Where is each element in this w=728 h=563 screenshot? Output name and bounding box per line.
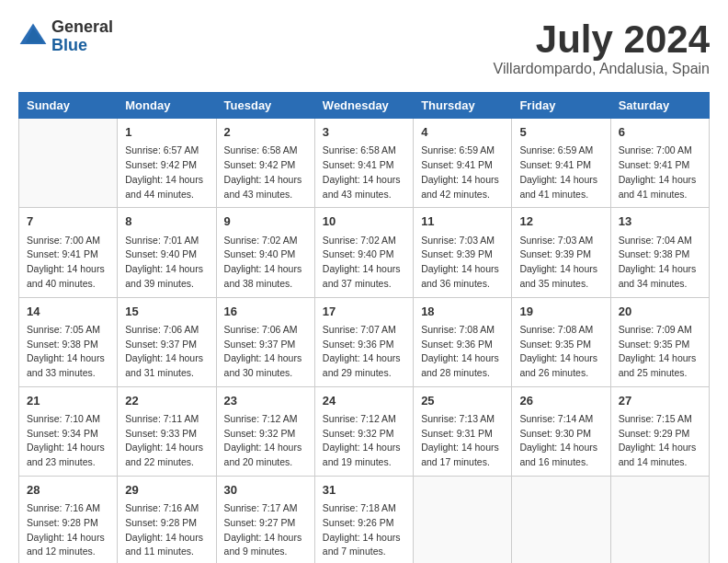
week-row-2: 14Sunrise: 7:05 AMSunset: 9:38 PMDayligh… [19, 297, 710, 386]
calendar-cell [512, 476, 610, 563]
day-number: 16 [224, 304, 307, 320]
day-info: Sunrise: 7:08 AMSunset: 9:36 PMDaylight:… [421, 323, 504, 381]
day-info: Sunrise: 7:07 AMSunset: 9:36 PMDaylight:… [323, 323, 405, 381]
day-number: 2 [224, 124, 307, 141]
calendar-cell: 24Sunrise: 7:12 AMSunset: 9:32 PMDayligh… [314, 386, 413, 476]
day-number: 18 [421, 304, 504, 320]
week-row-0: 1Sunrise: 6:57 AMSunset: 9:42 PMDaylight… [19, 119, 710, 208]
day-info: Sunrise: 7:12 AMSunset: 9:32 PMDaylight:… [323, 412, 405, 470]
calendar-cell: 30Sunrise: 7:17 AMSunset: 9:27 PMDayligh… [216, 476, 314, 563]
header: General Blue July 2024 Villardompardo, A… [18, 18, 710, 77]
day-number: 5 [519, 124, 602, 141]
day-number: 10 [323, 213, 405, 230]
day-info: Sunrise: 7:13 AMSunset: 9:31 PMDaylight:… [421, 412, 504, 470]
calendar-table: SundayMondayTuesdayWednesdayThursdayFrid… [18, 92, 710, 563]
calendar-cell: 17Sunrise: 7:07 AMSunset: 9:36 PMDayligh… [314, 297, 413, 386]
calendar-cell: 25Sunrise: 7:13 AMSunset: 9:31 PMDayligh… [414, 386, 512, 476]
day-number: 30 [224, 482, 307, 499]
calendar-cell: 27Sunrise: 7:15 AMSunset: 9:29 PMDayligh… [610, 386, 709, 476]
day-number: 6 [619, 124, 701, 141]
calendar-cell: 14Sunrise: 7:05 AMSunset: 9:38 PMDayligh… [19, 297, 118, 386]
calendar-cell: 31Sunrise: 7:18 AMSunset: 9:26 PMDayligh… [314, 476, 413, 563]
day-info: Sunrise: 7:11 AMSunset: 9:33 PMDaylight:… [125, 412, 208, 470]
calendar-cell: 10Sunrise: 7:02 AMSunset: 9:40 PMDayligh… [314, 208, 413, 297]
week-row-3: 21Sunrise: 7:10 AMSunset: 9:34 PMDayligh… [19, 386, 710, 476]
title-area: July 2024 Villardompardo, Andalusia, Spa… [494, 18, 710, 77]
calendar-cell: 5Sunrise: 6:59 AMSunset: 9:41 PMDaylight… [512, 119, 610, 208]
day-info: Sunrise: 7:16 AMSunset: 9:28 PMDaylight:… [27, 501, 109, 559]
day-info: Sunrise: 7:01 AMSunset: 9:40 PMDaylight:… [125, 234, 208, 292]
calendar-cell: 8Sunrise: 7:01 AMSunset: 9:40 PMDaylight… [118, 208, 216, 297]
day-info: Sunrise: 7:09 AMSunset: 9:35 PMDaylight:… [619, 323, 701, 381]
calendar-cell: 21Sunrise: 7:10 AMSunset: 9:34 PMDayligh… [19, 386, 118, 476]
day-number: 25 [421, 393, 504, 409]
calendar-cell: 3Sunrise: 6:58 AMSunset: 9:41 PMDaylight… [314, 119, 413, 208]
week-row-4: 28Sunrise: 7:16 AMSunset: 9:28 PMDayligh… [19, 476, 710, 563]
location-title: Villardompardo, Andalusia, Spain [494, 61, 710, 77]
day-number: 21 [27, 393, 109, 409]
header-cell-friday: Friday [512, 93, 610, 119]
month-title: July 2024 [494, 18, 710, 61]
day-number: 12 [519, 213, 602, 230]
header-cell-saturday: Saturday [610, 93, 709, 119]
day-number: 14 [27, 304, 109, 320]
day-info: Sunrise: 7:12 AMSunset: 9:32 PMDaylight:… [224, 412, 307, 470]
day-number: 15 [125, 304, 208, 320]
day-info: Sunrise: 7:03 AMSunset: 9:39 PMDaylight:… [519, 234, 602, 292]
calendar-cell: 6Sunrise: 7:00 AMSunset: 9:41 PMDaylight… [610, 119, 709, 208]
header-cell-monday: Monday [118, 93, 216, 119]
logo: General Blue [18, 18, 113, 55]
calendar-cell: 28Sunrise: 7:16 AMSunset: 9:28 PMDayligh… [19, 476, 118, 563]
logo-icon [18, 22, 48, 52]
day-number: 26 [519, 393, 602, 409]
calendar-cell: 2Sunrise: 6:58 AMSunset: 9:42 PMDaylight… [216, 119, 314, 208]
day-number: 8 [125, 213, 208, 230]
calendar-cell [414, 476, 512, 563]
day-info: Sunrise: 7:06 AMSunset: 9:37 PMDaylight:… [224, 323, 307, 381]
day-info: Sunrise: 7:00 AMSunset: 9:41 PMDaylight:… [619, 144, 701, 201]
calendar-cell: 1Sunrise: 6:57 AMSunset: 9:42 PMDaylight… [118, 119, 216, 208]
calendar-cell: 13Sunrise: 7:04 AMSunset: 9:38 PMDayligh… [610, 208, 709, 297]
header-row: SundayMondayTuesdayWednesdayThursdayFrid… [19, 93, 710, 119]
day-info: Sunrise: 7:06 AMSunset: 9:37 PMDaylight:… [125, 323, 208, 381]
calendar-cell: 20Sunrise: 7:09 AMSunset: 9:35 PMDayligh… [610, 297, 709, 386]
day-info: Sunrise: 7:02 AMSunset: 9:40 PMDaylight:… [224, 234, 307, 292]
logo-blue: Blue [51, 37, 113, 55]
header-cell-wednesday: Wednesday [314, 93, 413, 119]
week-row-1: 7Sunrise: 7:00 AMSunset: 9:41 PMDaylight… [19, 208, 710, 297]
calendar-cell: 12Sunrise: 7:03 AMSunset: 9:39 PMDayligh… [512, 208, 610, 297]
day-number: 4 [421, 124, 504, 141]
header-cell-thursday: Thursday [414, 93, 512, 119]
calendar-cell: 29Sunrise: 7:16 AMSunset: 9:28 PMDayligh… [118, 476, 216, 563]
calendar-cell: 23Sunrise: 7:12 AMSunset: 9:32 PMDayligh… [216, 386, 314, 476]
calendar-cell [610, 476, 709, 563]
day-info: Sunrise: 6:59 AMSunset: 9:41 PMDaylight:… [519, 144, 602, 201]
header-cell-sunday: Sunday [19, 93, 118, 119]
day-info: Sunrise: 6:59 AMSunset: 9:41 PMDaylight:… [421, 144, 504, 201]
calendar-cell: 15Sunrise: 7:06 AMSunset: 9:37 PMDayligh… [118, 297, 216, 386]
day-info: Sunrise: 7:00 AMSunset: 9:41 PMDaylight:… [27, 234, 109, 292]
day-number: 3 [323, 124, 405, 141]
logo-text: General Blue [51, 18, 113, 55]
day-info: Sunrise: 7:03 AMSunset: 9:39 PMDaylight:… [421, 234, 504, 292]
calendar-cell: 19Sunrise: 7:08 AMSunset: 9:35 PMDayligh… [512, 297, 610, 386]
calendar-cell: 26Sunrise: 7:14 AMSunset: 9:30 PMDayligh… [512, 386, 610, 476]
day-number: 22 [125, 393, 208, 409]
day-number: 13 [619, 213, 701, 230]
calendar-cell [19, 119, 118, 208]
day-number: 31 [323, 482, 405, 499]
calendar-cell: 18Sunrise: 7:08 AMSunset: 9:36 PMDayligh… [414, 297, 512, 386]
day-number: 1 [125, 124, 208, 141]
day-info: Sunrise: 7:18 AMSunset: 9:26 PMDaylight:… [323, 501, 405, 559]
day-number: 11 [421, 213, 504, 230]
day-number: 28 [27, 482, 109, 499]
day-number: 9 [224, 213, 307, 230]
calendar-cell: 16Sunrise: 7:06 AMSunset: 9:37 PMDayligh… [216, 297, 314, 386]
day-number: 23 [224, 393, 307, 409]
day-number: 20 [619, 304, 701, 320]
logo-general: General [51, 18, 113, 37]
calendar-cell: 9Sunrise: 7:02 AMSunset: 9:40 PMDaylight… [216, 208, 314, 297]
day-info: Sunrise: 7:05 AMSunset: 9:38 PMDaylight:… [27, 323, 109, 381]
calendar-cell: 11Sunrise: 7:03 AMSunset: 9:39 PMDayligh… [414, 208, 512, 297]
calendar-cell: 7Sunrise: 7:00 AMSunset: 9:41 PMDaylight… [19, 208, 118, 297]
